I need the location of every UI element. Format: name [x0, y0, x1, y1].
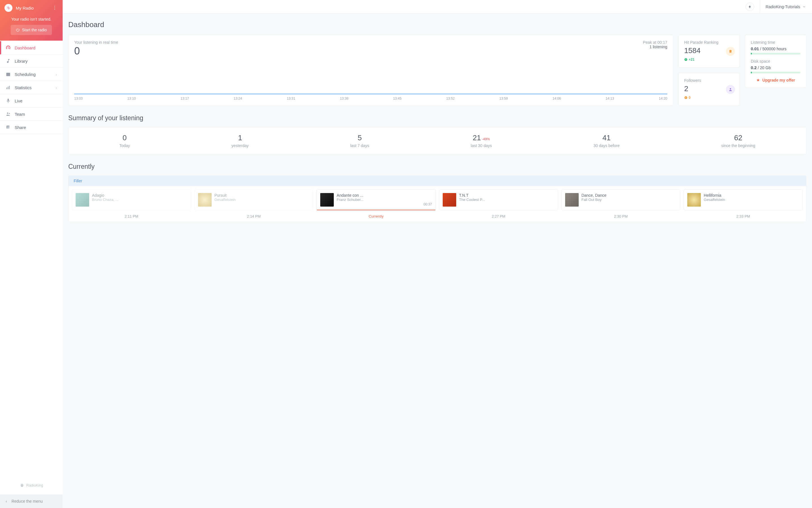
realtime-card: Your listening in real time 0 Peak at 00… [68, 35, 673, 106]
disk-space-label: Disk space [751, 59, 801, 64]
time-tick: 14:13 [606, 96, 614, 100]
page-title: Dashboard [68, 20, 806, 29]
nav-label: Library [15, 59, 28, 64]
listening-time-value: 0.01 / 500000 hours [751, 46, 801, 51]
track-title: Andante con ... [336, 193, 432, 198]
album-art [198, 193, 212, 207]
summary-30before: 41 30 days before [593, 133, 620, 148]
arrow-right-icon [684, 96, 687, 99]
track-time: 2:11 PM [72, 214, 191, 218]
svg-point-13 [729, 50, 732, 52]
sidebar-header: My Radio ⋮ Your radio isn't started. Sta… [0, 0, 63, 41]
radio-status: Your radio isn't started. [4, 17, 58, 22]
track-time: Currently [317, 214, 436, 218]
microphone-icon [6, 98, 11, 103]
quota-card: Listening time 0.01 / 500000 hours Disk … [745, 35, 806, 88]
reduce-menu-label: Reduce the menu [11, 499, 43, 504]
track-card[interactable]: Dance, Dance Fall Out Boy [561, 189, 680, 210]
time-tick: 13:24 [234, 96, 242, 100]
currently-panel: Filler Adagio Bruno Chaza, ... [68, 175, 806, 222]
time-tick: 13:17 [181, 96, 189, 100]
sidebar: My Radio ⋮ Your radio isn't started. Sta… [0, 0, 63, 508]
kebab-menu-icon[interactable]: ⋮ [51, 4, 58, 11]
summary-beginning: 62 since the beginning [721, 133, 755, 148]
share-icon [6, 125, 11, 130]
nav-team[interactable]: Team [0, 108, 63, 121]
chevron-down-icon [802, 5, 806, 8]
album-art [565, 193, 579, 207]
summary-7days: 5 last 7 days [350, 133, 369, 148]
track-card[interactable]: Adagio Bruno Chaza, ... [72, 189, 191, 210]
bolt-icon [748, 5, 752, 9]
followers-card: Followers 2 0 [678, 73, 740, 106]
account-name: RadioKing-Tutorials [766, 4, 800, 9]
nav-statistics[interactable]: Statistics › [0, 81, 63, 94]
nav-label: Scheduling [15, 72, 36, 77]
arrow-up-icon [684, 58, 687, 61]
filler-label: Filler [69, 176, 806, 186]
track-elapsed: 00:37 [336, 202, 432, 206]
reduce-menu-button[interactable]: ‹ Reduce the menu [0, 495, 63, 508]
nav-label: Live [15, 98, 22, 103]
realtime-value: 0 [74, 45, 118, 57]
track-card[interactable]: T.N.T The Coolest P... [439, 189, 558, 210]
time-tick: 13:10 [127, 96, 136, 100]
track-title: Pursuit [215, 193, 310, 198]
sidebar-nav: Dashboard Library Scheduling › Statistic… [0, 41, 63, 477]
summary-card: 0 Today 1 yesterday 5 last 7 days 21-49%… [68, 127, 806, 154]
hitparade-delta: +21 [684, 57, 694, 61]
realtime-label: Your listening in real time [74, 40, 118, 45]
brand-footer-label: RadioKing [26, 483, 43, 488]
time-tick: 13:59 [499, 96, 508, 100]
listening-time-label: Listening time [751, 40, 801, 45]
svg-rect-5 [8, 87, 8, 89]
followers-delta: 0 [684, 96, 691, 100]
start-radio-button[interactable]: Start the radio [11, 25, 52, 35]
track-time: 2:30 PM [561, 214, 680, 218]
summary-30days: 21-49% last 30 days [471, 133, 492, 148]
chevron-left-icon: ‹ [6, 499, 7, 504]
main: RadioKing-Tutorials Dashboard Your liste… [63, 0, 812, 508]
power-icon [16, 28, 20, 32]
track-card[interactable]: Pursuit Gesaffelstein [194, 189, 313, 210]
realtime-peak: Peak at 00:17 [643, 40, 667, 45]
track-time: 2:27 PM [439, 214, 558, 218]
brand-footer: RadioKing [0, 477, 63, 495]
nav-library[interactable]: Library [0, 54, 63, 68]
svg-point-9 [9, 113, 10, 114]
currently-title: Currently [68, 163, 806, 170]
track-card-current[interactable]: Andante con ... Franz Schuber... 00:37 [317, 189, 436, 210]
album-art [443, 193, 456, 207]
track-artist: Bruno Chaza, ... [92, 198, 187, 202]
radioking-logo-icon [19, 482, 25, 488]
svg-point-0 [8, 7, 9, 8]
radio-avatar [4, 4, 12, 12]
calendar-icon [6, 72, 11, 77]
disk-space-value: 0.2 / 20 Gb [751, 65, 801, 70]
track-title: Hellifornia [704, 193, 799, 198]
nav-scheduling[interactable]: Scheduling › [0, 68, 63, 81]
svg-rect-6 [9, 86, 10, 89]
track-time: 2:33 PM [684, 214, 803, 218]
track-artist: Gesaffelstein [704, 198, 799, 202]
nav-share[interactable]: Share [0, 121, 63, 134]
account-dropdown[interactable]: RadioKing-Tutorials [760, 0, 806, 13]
nav-dashboard[interactable]: Dashboard [0, 41, 63, 54]
album-art [687, 193, 701, 207]
nav-live[interactable]: Live [0, 94, 63, 108]
svg-rect-11 [7, 126, 10, 129]
medal-icon [726, 47, 735, 56]
dashboard-icon [6, 45, 11, 50]
star-icon [756, 78, 760, 82]
summary-yesterday: 1 yesterday [232, 133, 249, 148]
quick-actions-button[interactable] [746, 3, 754, 11]
followers-label: Followers [684, 78, 734, 83]
svg-rect-7 [8, 99, 9, 101]
track-title: Adagio [92, 193, 187, 198]
track-artist: The Coolest P... [459, 198, 554, 202]
chevron-right-icon: › [56, 85, 57, 90]
upgrade-offer-button[interactable]: Upgrade my offer [751, 78, 801, 82]
track-card[interactable]: Hellifornia Gesaffelstein [684, 189, 803, 210]
album-art [320, 193, 334, 207]
time-tick: 13:03 [74, 96, 83, 100]
